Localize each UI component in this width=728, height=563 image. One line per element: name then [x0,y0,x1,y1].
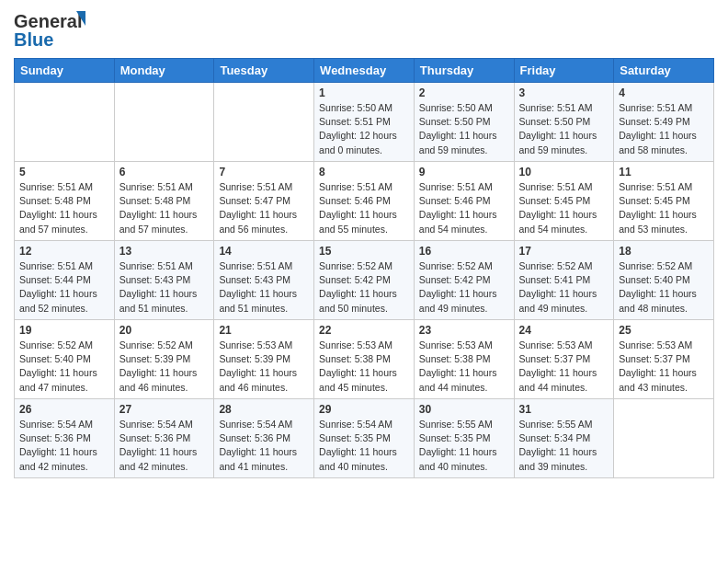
day-cell-9: 9Sunrise: 5:51 AM Sunset: 5:46 PM Daylig… [414,162,514,241]
day-number: 26 [19,403,109,416]
day-info: Sunrise: 5:53 AM Sunset: 5:37 PM Dayligh… [619,339,709,395]
day-info: Sunrise: 5:52 AM Sunset: 5:40 PM Dayligh… [19,339,109,395]
empty-cell [214,83,314,162]
day-info: Sunrise: 5:51 AM Sunset: 5:45 PM Dayligh… [619,180,709,236]
day-cell-20: 20Sunrise: 5:52 AM Sunset: 5:39 PM Dayli… [114,320,214,399]
empty-cell [614,399,714,478]
day-info: Sunrise: 5:51 AM Sunset: 5:45 PM Dayligh… [519,180,609,236]
logo-icon: GeneralBlue [14,9,87,51]
day-cell-4: 4Sunrise: 5:51 AM Sunset: 5:49 PM Daylig… [614,83,714,162]
day-cell-7: 7Sunrise: 5:51 AM Sunset: 5:47 PM Daylig… [214,162,314,241]
day-info: Sunrise: 5:51 AM Sunset: 5:46 PM Dayligh… [419,180,509,236]
day-number: 20 [119,324,210,337]
day-info: Sunrise: 5:54 AM Sunset: 5:36 PM Dayligh… [219,418,309,474]
day-info: Sunrise: 5:55 AM Sunset: 5:34 PM Dayligh… [519,418,609,474]
day-cell-10: 10Sunrise: 5:51 AM Sunset: 5:45 PM Dayli… [514,162,614,241]
day-cell-5: 5Sunrise: 5:51 AM Sunset: 5:48 PM Daylig… [15,162,115,241]
day-cell-27: 27Sunrise: 5:54 AM Sunset: 5:36 PM Dayli… [114,399,214,478]
day-info: Sunrise: 5:53 AM Sunset: 5:38 PM Dayligh… [319,339,409,395]
day-number: 12 [19,245,109,258]
empty-cell [114,83,214,162]
day-number: 18 [619,245,709,258]
day-number: 30 [419,403,509,416]
day-number: 8 [319,166,409,178]
day-number: 7 [219,166,309,178]
day-info: Sunrise: 5:53 AM Sunset: 5:39 PM Dayligh… [219,339,309,395]
day-number: 9 [419,166,509,178]
day-number: 28 [219,403,309,416]
day-info: Sunrise: 5:52 AM Sunset: 5:42 PM Dayligh… [419,259,509,316]
day-cell-8: 8Sunrise: 5:51 AM Sunset: 5:46 PM Daylig… [314,162,415,241]
day-cell-11: 11Sunrise: 5:51 AM Sunset: 5:45 PM Dayli… [614,162,714,241]
day-info: Sunrise: 5:54 AM Sunset: 5:36 PM Dayligh… [119,418,210,474]
day-cell-1: 1Sunrise: 5:50 AM Sunset: 5:51 PM Daylig… [314,83,415,162]
day-number: 11 [619,166,709,178]
day-cell-25: 25Sunrise: 5:53 AM Sunset: 5:37 PM Dayli… [614,320,714,399]
day-info: Sunrise: 5:53 AM Sunset: 5:37 PM Dayligh… [519,339,609,395]
day-number: 4 [619,86,709,99]
calendar-container: GeneralBlue SundayMondayTuesdayWednesday… [0,0,728,488]
week-row-3: 12Sunrise: 5:51 AM Sunset: 5:44 PM Dayli… [15,241,714,320]
day-cell-13: 13Sunrise: 5:51 AM Sunset: 5:43 PM Dayli… [114,241,214,320]
day-info: Sunrise: 5:54 AM Sunset: 5:36 PM Dayligh… [19,418,109,474]
day-cell-6: 6Sunrise: 5:51 AM Sunset: 5:48 PM Daylig… [114,162,214,241]
day-info: Sunrise: 5:51 AM Sunset: 5:44 PM Dayligh… [19,259,109,316]
day-number: 16 [419,245,509,258]
day-number: 22 [319,324,409,337]
day-info: Sunrise: 5:51 AM Sunset: 5:49 PM Dayligh… [619,101,709,157]
day-info: Sunrise: 5:55 AM Sunset: 5:35 PM Dayligh… [419,418,509,474]
svg-text:General: General [14,11,82,31]
day-info: Sunrise: 5:51 AM Sunset: 5:48 PM Dayligh… [119,180,210,236]
weekday-header-monday: Monday [114,59,214,83]
day-number: 23 [419,324,509,337]
day-info: Sunrise: 5:52 AM Sunset: 5:41 PM Dayligh… [519,259,609,316]
day-number: 31 [519,403,609,416]
day-number: 21 [219,324,309,337]
header: GeneralBlue [14,9,714,51]
day-number: 1 [319,86,409,99]
day-cell-23: 23Sunrise: 5:53 AM Sunset: 5:38 PM Dayli… [414,320,514,399]
day-cell-30: 30Sunrise: 5:55 AM Sunset: 5:35 PM Dayli… [414,399,514,478]
day-info: Sunrise: 5:53 AM Sunset: 5:38 PM Dayligh… [419,339,509,395]
empty-cell [15,83,115,162]
day-info: Sunrise: 5:51 AM Sunset: 5:43 PM Dayligh… [119,259,210,316]
day-number: 3 [519,86,609,99]
day-number: 14 [219,245,309,258]
svg-text:Blue: Blue [14,29,53,50]
day-info: Sunrise: 5:51 AM Sunset: 5:47 PM Dayligh… [219,180,309,236]
week-row-2: 5Sunrise: 5:51 AM Sunset: 5:48 PM Daylig… [15,162,714,241]
day-cell-12: 12Sunrise: 5:51 AM Sunset: 5:44 PM Dayli… [15,241,115,320]
weekday-header-wednesday: Wednesday [314,59,415,83]
day-info: Sunrise: 5:50 AM Sunset: 5:50 PM Dayligh… [419,101,509,157]
day-cell-24: 24Sunrise: 5:53 AM Sunset: 5:37 PM Dayli… [514,320,614,399]
week-row-5: 26Sunrise: 5:54 AM Sunset: 5:36 PM Dayli… [15,399,714,478]
logo: GeneralBlue [14,9,87,51]
day-cell-3: 3Sunrise: 5:51 AM Sunset: 5:50 PM Daylig… [514,83,614,162]
day-info: Sunrise: 5:51 AM Sunset: 5:50 PM Dayligh… [519,101,609,157]
weekday-header-thursday: Thursday [414,59,514,83]
day-info: Sunrise: 5:51 AM Sunset: 5:43 PM Dayligh… [219,259,309,316]
day-cell-28: 28Sunrise: 5:54 AM Sunset: 5:36 PM Dayli… [214,399,314,478]
day-cell-19: 19Sunrise: 5:52 AM Sunset: 5:40 PM Dayli… [15,320,115,399]
day-number: 17 [519,245,609,258]
day-info: Sunrise: 5:52 AM Sunset: 5:42 PM Dayligh… [319,259,409,316]
weekday-header-friday: Friday [514,59,614,83]
day-cell-31: 31Sunrise: 5:55 AM Sunset: 5:34 PM Dayli… [514,399,614,478]
day-number: 5 [19,166,109,178]
day-cell-21: 21Sunrise: 5:53 AM Sunset: 5:39 PM Dayli… [214,320,314,399]
day-info: Sunrise: 5:54 AM Sunset: 5:35 PM Dayligh… [319,418,409,474]
day-cell-16: 16Sunrise: 5:52 AM Sunset: 5:42 PM Dayli… [414,241,514,320]
day-cell-15: 15Sunrise: 5:52 AM Sunset: 5:42 PM Dayli… [314,241,415,320]
day-cell-14: 14Sunrise: 5:51 AM Sunset: 5:43 PM Dayli… [214,241,314,320]
weekday-header-row: SundayMondayTuesdayWednesdayThursdayFrid… [15,59,714,83]
day-number: 24 [519,324,609,337]
day-info: Sunrise: 5:52 AM Sunset: 5:40 PM Dayligh… [619,259,709,316]
weekday-header-saturday: Saturday [614,59,714,83]
day-number: 13 [119,245,210,258]
day-info: Sunrise: 5:52 AM Sunset: 5:39 PM Dayligh… [119,339,210,395]
day-cell-17: 17Sunrise: 5:52 AM Sunset: 5:41 PM Dayli… [514,241,614,320]
calendar-table: SundayMondayTuesdayWednesdayThursdayFrid… [14,58,714,478]
day-info: Sunrise: 5:50 AM Sunset: 5:51 PM Dayligh… [319,101,409,157]
week-row-1: 1Sunrise: 5:50 AM Sunset: 5:51 PM Daylig… [15,83,714,162]
day-info: Sunrise: 5:51 AM Sunset: 5:46 PM Dayligh… [319,180,409,236]
